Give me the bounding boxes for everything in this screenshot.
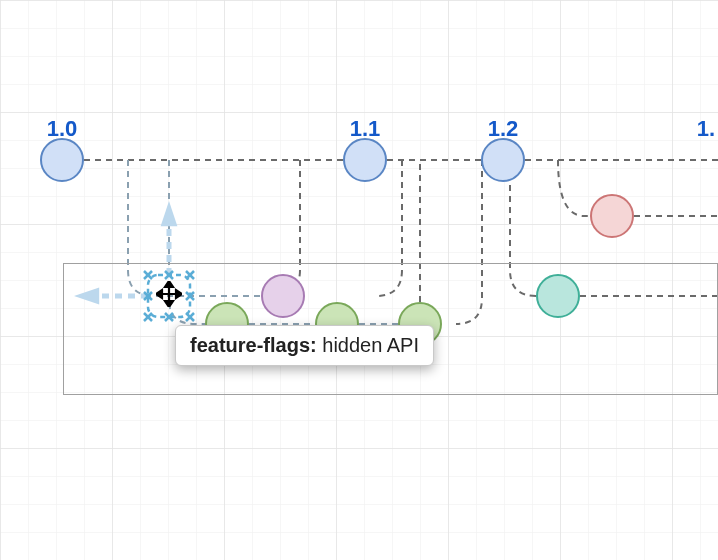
svg-rect-6: [148, 275, 190, 317]
tooltip-value: hidden API: [317, 334, 419, 356]
commit-node-red-1[interactable]: [590, 194, 634, 238]
commit-node-teal-1[interactable]: [536, 274, 580, 318]
tooltip-key: feature-flags:: [190, 334, 317, 356]
version-label-v12: 1.2: [488, 116, 519, 142]
version-label-v11: 1.1: [350, 116, 381, 142]
tooltip: feature-flags: hidden API: [175, 325, 434, 366]
svg-marker-5: [74, 288, 99, 305]
version-label-v10: 1.0: [47, 116, 78, 142]
guide-arrows: [0, 0, 718, 560]
version-label-v13: 1.: [697, 116, 715, 142]
selected-node-handle[interactable]: [148, 275, 190, 317]
commit-node-purple-1[interactable]: [261, 274, 305, 318]
commit-node-main-2[interactable]: [343, 138, 387, 182]
commit-node-main-3[interactable]: [481, 138, 525, 182]
diagram-canvas[interactable]: 1.01.11.21. feature-flags: hidden API: [0, 0, 718, 560]
svg-marker-3: [161, 201, 178, 226]
commit-node-main-1[interactable]: [40, 138, 84, 182]
